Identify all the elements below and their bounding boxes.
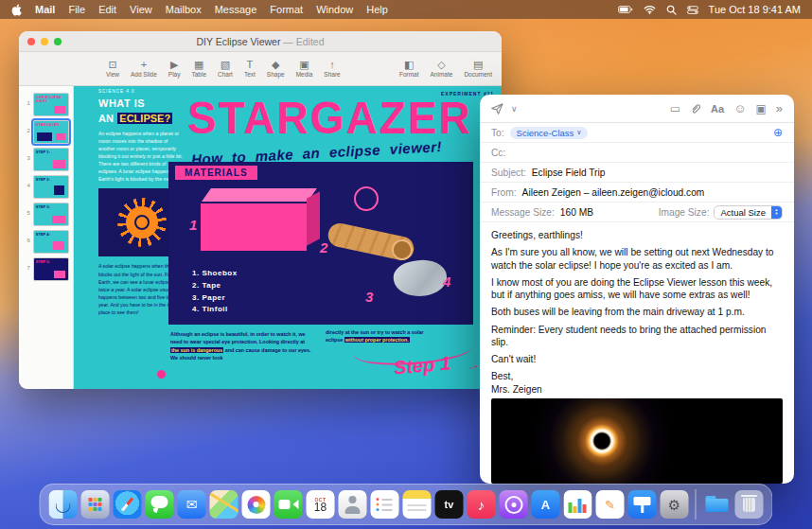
subject-label: Subject: [491,168,526,178]
toolbar-label: Text [244,71,256,78]
size-row: Message Size: 160 MB Image Size: Actual … [480,203,794,222]
sidebar-slide-7[interactable]: 7STEP 5: [19,256,73,283]
image-size-select[interactable]: Actual Size ▴▾ [714,205,783,220]
toolbar-item-share[interactable]: ↑Share [324,60,340,78]
control-center-icon[interactable] [687,6,698,14]
materials-banner: MATERIALS [175,166,257,180]
add-recipient-button[interactable]: ⊕ [773,127,783,138]
dock-numbers-icon[interactable] [564,490,592,519]
send-icon[interactable] [491,103,503,115]
dock-reminders-icon[interactable] [371,490,399,519]
dock-safari-icon[interactable] [114,490,142,519]
toolbar-item-media[interactable]: ▣Media [296,60,313,78]
dock-pages-icon[interactable]: ✎ [596,490,625,519]
menu-item-window[interactable]: Window [316,4,353,15]
dock-contacts-icon[interactable] [339,490,367,519]
wifi-icon[interactable] [644,5,656,14]
search-icon[interactable] [666,5,677,15]
toolbar-item-format[interactable]: ◧Format [399,60,419,78]
apple-menu-icon[interactable] [11,4,22,16]
dock-messages-icon[interactable] [146,490,174,519]
body-paragraph: Best, [491,370,783,382]
menu-item-edit[interactable]: Edit [98,4,116,15]
dot-decoration [157,370,166,379]
toolbar-item-play[interactable]: ▶Play [168,60,181,78]
sidebar-slide-3[interactable]: 3STEP 1: [19,146,73,173]
dock-maps-icon[interactable] [210,490,238,519]
callout-number: 4 [443,273,450,290]
desktop[interactable]: { "colors": { "canvas_teal": "#2BC5CA", … [0,0,812,529]
dock-downloads-icon[interactable] [703,490,732,519]
emoji-icon[interactable]: ☺ [733,103,746,115]
toolbar-item-animate[interactable]: ◇Animate [431,60,453,78]
from-value: Aileen Zeigen – aileen.zeigen@icloud.com [522,187,705,198]
toolbar-item-table[interactable]: ▦Table [191,60,206,78]
menu-item-view[interactable]: View [130,4,152,15]
menu-item-format[interactable]: Format [270,4,303,15]
body-paragraph: Greetings, earthlings! [491,229,783,241]
slide-canvas[interactable]: SCIENCE 4.0 EXPERIMENT #11 WHAT IS AN EC… [74,86,502,389]
stepper-icon[interactable]: ▴▾ [771,206,782,219]
dock-keynote-icon[interactable] [628,490,657,519]
recipient-token[interactable]: Science-Class∨ [510,127,589,139]
dock-notes-icon[interactable] [403,490,432,519]
dock-trash-icon[interactable] [735,490,764,519]
dock-appstore-icon[interactable]: A [532,490,560,519]
mail-compose-window[interactable]: ∨ ▭ Aa ☺ ▣ » To: Science-Class∨ ⊕ Cc: Su… [480,95,794,484]
menu-item-message[interactable]: Message [215,4,257,15]
dock-photos-icon[interactable] [242,490,271,519]
slide-number: 1 [24,93,30,106]
sidebar-slide-4[interactable]: 4STEP 2: [19,173,73,201]
toolbar-label: Chart [218,71,233,78]
highlighted-phrase: without proper protection. [344,337,410,343]
zoom-button[interactable] [54,38,62,45]
sidebar-slide-5[interactable]: 5STEP 3: [19,201,73,228]
sidebar-slide-1[interactable]: 1OUR ECLIPSE DIARY [19,91,73,118]
format-icon: ◧ [404,60,414,70]
dock-facetime-icon[interactable] [274,490,303,519]
toolbar-item-text[interactable]: TText [244,60,256,78]
close-button[interactable] [27,38,35,45]
toolbar-item-view[interactable]: ⊡View [106,60,119,78]
envelope-icon: ✉ [186,498,198,511]
minimize-button[interactable] [41,38,48,45]
menu-item-mailbox[interactable]: Mailbox [166,4,202,15]
battery-icon[interactable] [618,6,633,13]
keynote-window[interactable]: DIY Eclipse Viewer — Edited ⊡View +Add S… [19,31,502,389]
photo-browser-icon[interactable]: ▣ [755,103,766,115]
dock-calendar-icon[interactable]: OCT18 [307,490,335,519]
menu-item-help[interactable]: Help [366,4,388,15]
header-fields-icon[interactable]: ▭ [670,103,680,115]
more-toolbar-icon[interactable]: » [776,103,783,115]
body-paragraph: I know most of you are doing the Eclipse… [491,276,783,302]
toolbar-item-add-slide[interactable]: +Add Slide [131,60,157,78]
dock-settings-icon[interactable]: ⚙ [661,490,689,519]
format-text-icon[interactable]: Aa [711,103,724,115]
sidebar-slide-2[interactable]: 2STARGAZER [19,118,73,146]
toolbar-item-document[interactable]: ▤Document [464,60,492,78]
dock-tv-icon[interactable]: tv [435,490,464,519]
chevron-down-icon[interactable]: ∨ [511,103,518,115]
eclipse-photo-attachment[interactable] [491,398,783,484]
materials-panel: MATERIALS 1 2 3 4 1. Shoebox 2. Tape 3. … [168,162,473,325]
toolbar-item-shape[interactable]: ◆Shape [267,60,285,78]
to-field[interactable]: To: Science-Class∨ ⊕ [480,123,794,143]
dock-mail-icon[interactable]: ✉ [178,490,206,519]
subject-field[interactable]: Subject: Eclipse Field Trip [480,163,794,183]
keynote-title-bar[interactable]: DIY Eclipse Viewer — Edited [19,31,502,52]
dock-finder-icon[interactable] [49,490,78,519]
menu-item-mail[interactable]: Mail [35,4,55,15]
slide-number: 7 [24,257,30,271]
cc-field[interactable]: Cc: [480,143,794,163]
dock-music-icon[interactable]: ♪ [468,490,496,519]
dock-launchpad-icon[interactable] [81,490,110,519]
menu-bar-clock[interactable]: Tue Oct 18 9:41 AM [709,4,801,15]
menu-item-file[interactable]: File [68,4,85,15]
toolbar-label: Shape [267,71,285,78]
from-field[interactable]: From: Aileen Zeigen – aileen.zeigen@iclo… [480,183,794,203]
dock-podcasts-icon[interactable] [500,490,528,519]
toolbar-item-chart[interactable]: ▧Chart [218,60,233,78]
message-body[interactable]: Greetings, earthlings! As I'm sure you a… [480,222,794,484]
attach-icon[interactable] [690,103,701,115]
sidebar-slide-6[interactable]: 6STEP 4: [19,228,73,256]
